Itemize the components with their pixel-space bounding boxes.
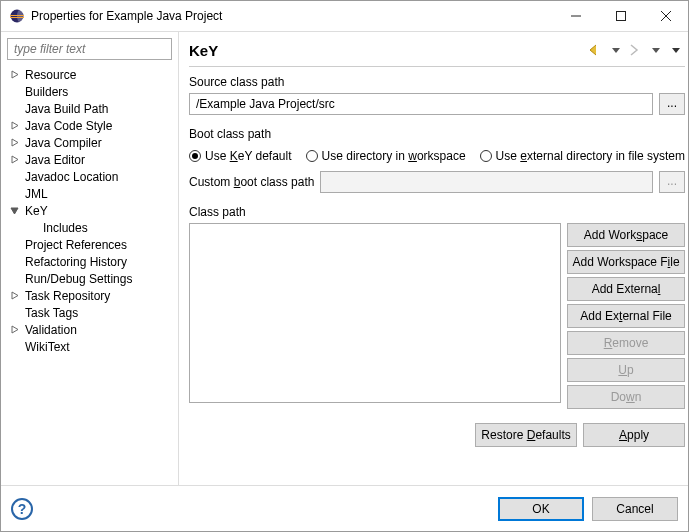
tree-item[interactable]: Project References: [1, 236, 178, 253]
remove-button: Remove: [567, 331, 685, 355]
tree-item[interactable]: Java Editor: [1, 151, 178, 168]
ok-button[interactable]: OK: [498, 497, 584, 521]
navigation-pane: ResourceBuildersJava Build PathJava Code…: [1, 32, 179, 485]
page-title: KeY: [189, 42, 585, 59]
radio-use-external-dir[interactable]: Use external directory in file system: [480, 149, 685, 163]
tree-item-label: Run/Debug Settings: [23, 272, 134, 286]
custom-boot-browse-button: ...: [659, 171, 685, 193]
titlebar: Properties for Example Java Project: [1, 1, 688, 31]
tree-item[interactable]: KeY: [1, 202, 178, 219]
minimize-button[interactable]: [553, 2, 598, 30]
tree-item[interactable]: Java Code Style: [1, 117, 178, 134]
radio-dot-icon: [306, 150, 318, 162]
radio-use-key-default[interactable]: Use KeY default: [189, 149, 292, 163]
tree-item-label: Includes: [41, 221, 90, 235]
tree-item[interactable]: WikiText: [1, 338, 178, 355]
apply-button[interactable]: Apply: [583, 423, 685, 447]
tree-item-label: Java Build Path: [23, 102, 110, 116]
help-icon[interactable]: ?: [11, 498, 33, 520]
tree-item[interactable]: Builders: [1, 83, 178, 100]
property-tree[interactable]: ResourceBuildersJava Build PathJava Code…: [1, 64, 178, 485]
window-title: Properties for Example Java Project: [31, 9, 553, 23]
class-path-label: Class path: [189, 205, 685, 219]
svg-rect-3: [10, 17, 24, 18]
chevron-down-icon[interactable]: [7, 204, 21, 218]
source-class-path-label: Source class path: [189, 75, 685, 89]
tree-item-label: Task Tags: [23, 306, 80, 320]
add-external-file-button[interactable]: Add External File: [567, 304, 685, 328]
restore-defaults-button[interactable]: Restore Defaults: [475, 423, 577, 447]
tree-item-label: Javadoc Location: [23, 170, 120, 184]
tree-item[interactable]: Validation: [1, 321, 178, 338]
radio-dot-icon: [189, 150, 201, 162]
boot-class-path-label: Boot class path: [189, 127, 685, 141]
tree-item[interactable]: Task Repository: [1, 287, 178, 304]
source-class-path-browse-button[interactable]: ...: [659, 93, 685, 115]
tree-item[interactable]: Javadoc Location: [1, 168, 178, 185]
forward-button[interactable]: [627, 41, 645, 59]
tree-item-label: Validation: [23, 323, 79, 337]
tree-item-label: JML: [23, 187, 50, 201]
tree-item-label: WikiText: [23, 340, 72, 354]
view-menu-icon[interactable]: [667, 41, 685, 59]
chevron-right-icon[interactable]: [7, 323, 21, 337]
close-button[interactable]: [643, 2, 688, 30]
cancel-button[interactable]: Cancel: [592, 497, 678, 521]
forward-menu-icon[interactable]: [647, 41, 665, 59]
maximize-button[interactable]: [598, 2, 643, 30]
tree-item[interactable]: Java Compiler: [1, 134, 178, 151]
up-button: Up: [567, 358, 685, 382]
filter-input[interactable]: [7, 38, 172, 60]
svg-rect-5: [616, 12, 625, 21]
chevron-right-icon[interactable]: [7, 136, 21, 150]
add-external-button[interactable]: Add External: [567, 277, 685, 301]
tree-item-label: Resource: [23, 68, 78, 82]
tree-item[interactable]: Includes: [1, 219, 178, 236]
content-pane: KeY Source class path ... Boot class pat…: [179, 32, 689, 485]
tree-item-label: Java Code Style: [23, 119, 114, 133]
tree-item[interactable]: JML: [1, 185, 178, 202]
class-path-list[interactable]: [189, 223, 561, 403]
source-class-path-input[interactable]: [189, 93, 653, 115]
chevron-right-icon[interactable]: [7, 153, 21, 167]
tree-item-label: KeY: [23, 204, 50, 218]
add-workspace-button[interactable]: Add Workspace: [567, 223, 685, 247]
tree-item-label: Java Compiler: [23, 136, 104, 150]
back-button[interactable]: [587, 41, 605, 59]
tree-item-label: Project References: [23, 238, 129, 252]
down-button: Down: [567, 385, 685, 409]
tree-item[interactable]: Refactoring History: [1, 253, 178, 270]
tree-item[interactable]: Run/Debug Settings: [1, 270, 178, 287]
custom-boot-class-path-input: [320, 171, 653, 193]
eclipse-icon: [9, 8, 25, 24]
back-menu-icon[interactable]: [607, 41, 625, 59]
chevron-right-icon[interactable]: [7, 119, 21, 133]
tree-item[interactable]: Java Build Path: [1, 100, 178, 117]
add-workspace-file-button[interactable]: Add Workspace File: [567, 250, 685, 274]
tree-item[interactable]: Resource: [1, 66, 178, 83]
tree-item-label: Builders: [23, 85, 70, 99]
chevron-right-icon[interactable]: [7, 289, 21, 303]
custom-boot-class-path-label: Custom boot class path: [189, 175, 314, 189]
svg-rect-2: [10, 15, 24, 16]
tree-item-label: Task Repository: [23, 289, 112, 303]
chevron-right-icon[interactable]: [7, 68, 21, 82]
tree-item-label: Refactoring History: [23, 255, 129, 269]
radio-dot-icon: [480, 150, 492, 162]
radio-use-workspace-dir[interactable]: Use directory in workspace: [306, 149, 466, 163]
tree-item-label: Java Editor: [23, 153, 87, 167]
tree-item[interactable]: Task Tags: [1, 304, 178, 321]
